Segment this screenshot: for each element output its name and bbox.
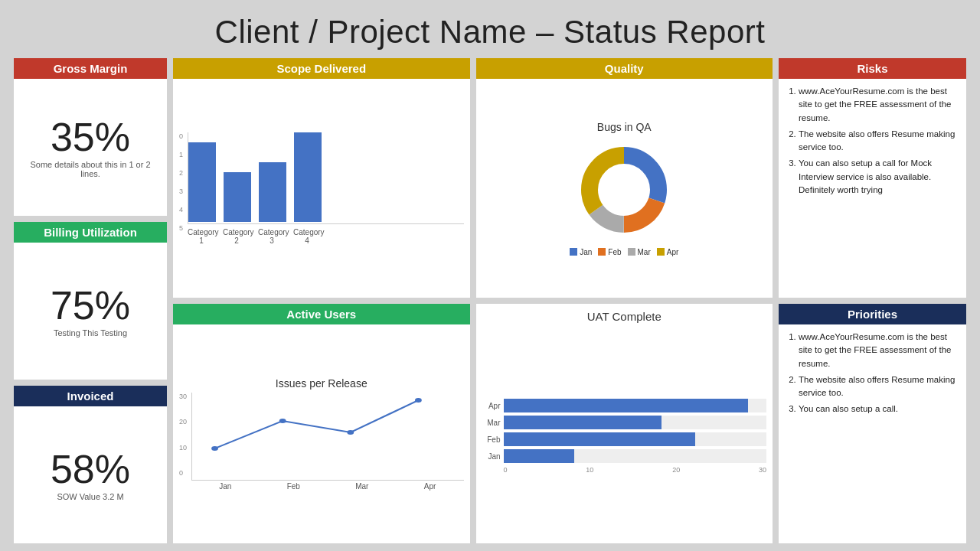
risks-panel: Risks www.AceYourResume.com is the best … — [779, 58, 966, 298]
kpi-billing-header: Billing Utilization — [14, 222, 167, 243]
quality-body: Bugs in QA — [476, 79, 773, 298]
kpi-invoiced: Invoiced 58% SOW Value 3.2 M — [14, 386, 167, 543]
hbar-mar-track — [504, 416, 767, 429]
legend-feb: Feb — [598, 248, 621, 256]
kpi-billing: Billing Utilization 75% Testing This Tes… — [14, 222, 167, 380]
quality-chart: Quality Bugs in QA — [476, 58, 773, 298]
kpi-invoiced-detail: SOW Value 3.2 M — [57, 492, 123, 501]
kpi-gross-margin-header: Gross Margin — [14, 58, 167, 79]
priorities-header: Priorities — [779, 304, 966, 324]
scope-y-axis: 5 4 3 2 1 0 — [179, 132, 186, 232]
hbar-apr-fill — [504, 399, 748, 412]
bugs-in-qa-title: Bugs in QA — [597, 121, 652, 133]
legend-apr: Apr — [657, 248, 679, 256]
legend-mar-dot — [628, 248, 635, 256]
priority-item-3: You can also setup a call. — [799, 403, 959, 416]
risks-list: www.AceYourResume.com is the best site t… — [786, 85, 959, 197]
bar-cat3-fill — [259, 162, 286, 222]
chart-col3: Quality Bugs in QA — [476, 58, 773, 543]
bar-cat2-fill — [224, 172, 251, 222]
kpi-invoiced-header: Invoiced — [14, 386, 167, 406]
kpi-gross-margin-detail: Some details about this in 1 or 2 lines. — [20, 160, 161, 178]
line-chart-wrap: 0 10 20 30 — [179, 393, 464, 491]
active-users-body: Issues per Release 0 10 20 30 — [173, 324, 470, 543]
bar-cat2 — [224, 172, 251, 222]
bar-cat1-fill — [188, 142, 216, 222]
hbar-mar-label: Mar — [482, 419, 501, 427]
bar-cat4 — [294, 132, 322, 222]
kpi-invoiced-body: 58% SOW Value 3.2 M — [14, 406, 167, 543]
line-y-axis: 0 10 20 30 — [179, 393, 190, 477]
donut-legend: Jan Feb Mar — [570, 248, 678, 256]
hbar-feb-fill — [504, 432, 696, 446]
scope-x-labels: Category 1 Category 2 Category 3 Categor… — [188, 227, 463, 245]
hbar-feb-track — [504, 432, 767, 446]
line-chart-area — [191, 393, 463, 481]
priority-item-1: www.AceYourResume.com is the best site t… — [799, 331, 959, 370]
active-users-header: Active Users — [173, 304, 470, 324]
risks-body: www.AceYourResume.com is the best site t… — [779, 79, 966, 298]
hbar-chart: Apr Mar — [482, 396, 767, 474]
kpi-invoiced-value: 58% — [51, 449, 130, 489]
issues-per-release-title: Issues per Release — [276, 377, 368, 390]
bar-label-cat1: Category 1 — [188, 228, 215, 245]
svg-point-3 — [415, 398, 422, 403]
legend-jan-dot — [570, 248, 577, 256]
hbar-mar: Mar — [482, 416, 767, 429]
legend-jan: Jan — [570, 248, 592, 256]
bar-label-cat2: Category 2 — [223, 228, 250, 245]
bar-cat1 — [188, 142, 216, 222]
risk-item-2: The website also offers Resume making se… — [799, 128, 959, 155]
svg-point-0 — [211, 446, 218, 451]
risk-item-1: www.AceYourResume.com is the best site t… — [799, 85, 959, 125]
priority-item-2: The website also offers Resume making se… — [799, 373, 959, 400]
kpi-gross-margin-value: 35% — [51, 117, 130, 157]
donut-chart-wrap: Jan Feb Mar — [570, 136, 678, 256]
uat-chart: UAT Complete Apr Mar — [476, 304, 773, 543]
legend-feb-label: Feb — [608, 248, 621, 256]
risks-header: Risks — [779, 58, 966, 79]
bar-cat4-fill — [294, 132, 322, 222]
donut-svg — [570, 136, 678, 243]
svg-point-2 — [347, 430, 354, 435]
legend-apr-label: Apr — [667, 248, 679, 256]
kpi-gross-margin: Gross Margin 35% Some details about this… — [14, 58, 167, 216]
active-users-chart: Active Users Issues per Release 0 10 20 … — [173, 304, 470, 543]
scope-chart-inner: 5 4 3 2 1 0 — [179, 132, 464, 245]
legend-mar-label: Mar — [638, 248, 651, 256]
hbar-jan-fill — [504, 449, 575, 463]
hbar-jan-label: Jan — [482, 452, 501, 461]
risk-item-3: You can also setup a call for Mock Inter… — [799, 157, 959, 197]
dashboard: Gross Margin 35% Some details about this… — [14, 58, 966, 543]
scope-bars-wrap: Category 1 Category 2 Category 3 Categor… — [188, 132, 463, 245]
page: Client / Project Name – Status Report Gr… — [0, 0, 980, 551]
uat-body: Apr Mar — [476, 326, 773, 543]
scope-chart: Scope Delivered 5 4 3 2 1 0 — [173, 58, 470, 298]
line-chart-svg — [192, 393, 463, 477]
uat-title: UAT Complete — [476, 304, 773, 326]
hbar-x-labels: 0 10 20 30 — [482, 466, 767, 474]
priorities-list: www.AceYourResume.com is the best site t… — [786, 331, 959, 416]
kpi-billing-body: 75% Testing This Testing — [14, 243, 167, 380]
kpi-column: Gross Margin 35% Some details about this… — [14, 58, 167, 543]
kpi-billing-value: 75% — [51, 285, 130, 325]
kpi-gross-margin-body: 35% Some details about this in 1 or 2 li… — [14, 79, 167, 216]
quality-header: Quality — [476, 58, 773, 79]
hbar-jan-track — [504, 449, 767, 463]
line-x-labels: Jan Feb Mar Apr — [191, 482, 463, 491]
priorities-body: www.AceYourResume.com is the best site t… — [779, 324, 966, 543]
priorities-panel: Priorities www.AceYourResume.com is the … — [779, 304, 966, 543]
hbar-apr-label: Apr — [482, 402, 501, 410]
hbar-apr: Apr — [482, 399, 767, 412]
legend-feb-dot — [598, 248, 606, 256]
bar-label-cat3: Category 3 — [258, 228, 286, 245]
svg-point-1 — [279, 419, 286, 423]
right-col: Risks www.AceYourResume.com is the best … — [779, 58, 966, 543]
chart-col2: Scope Delivered 5 4 3 2 1 0 — [173, 58, 470, 543]
scope-chart-header: Scope Delivered — [173, 58, 470, 79]
legend-mar: Mar — [628, 248, 651, 256]
scope-chart-body: 5 4 3 2 1 0 — [173, 79, 470, 298]
hbar-jan: Jan — [482, 449, 767, 463]
hbar-mar-fill — [504, 416, 662, 429]
line-chart-inner: Jan Feb Mar Apr — [191, 393, 463, 491]
